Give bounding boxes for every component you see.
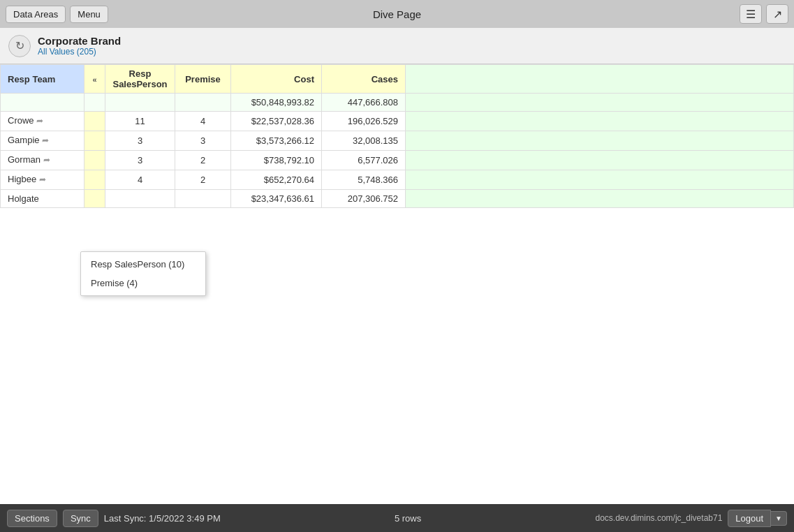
row-resp-sp: 3 — [105, 131, 175, 151]
col-header-empty — [406, 65, 794, 94]
total-empty — [406, 94, 794, 112]
collapse-button[interactable]: « — [84, 65, 105, 94]
row-premise: 3 — [175, 131, 231, 151]
row-resp-team-name[interactable]: Crowe ➦ — [1, 112, 84, 131]
data-table: Resp Team « Resp SalesPerson Premise Cos… — [0, 64, 794, 208]
row-collapse-cell — [84, 131, 105, 151]
table-row: Crowe ➦114$22,537,028.36196,026.529 — [1, 112, 794, 131]
refresh-button[interactable]: ↻ — [8, 35, 31, 57]
row-name-label: Crowe — [8, 115, 34, 126]
row-resp-sp: 11 — [105, 112, 175, 131]
row-collapse-cell — [84, 112, 105, 131]
row-cases: 32,008.135 — [322, 131, 406, 151]
drill-icon[interactable]: ➦ — [36, 116, 47, 127]
row-premise: 2 — [175, 170, 231, 190]
row-name-label: Gampie — [8, 135, 40, 145]
table-row: Higbee ➦42$652,270.645,748.366 — [1, 170, 794, 190]
row-cases: 207,306.752 — [322, 190, 406, 208]
total-collapse — [84, 94, 105, 112]
table-header-row: Resp Team « Resp SalesPerson Premise Cos… — [1, 65, 794, 94]
drill-dropdown: Resp SalesPerson (10) Premise (4) — [80, 251, 206, 296]
row-resp-team-name[interactable]: Higbee ➦ — [1, 170, 84, 190]
col-header-cost: Cost — [231, 65, 322, 94]
main-content: Resp Team « Resp SalesPerson Premise Cos… — [0, 64, 794, 504]
row-cost: $3,573,266.12 — [231, 131, 322, 151]
drill-icon[interactable]: ➦ — [39, 175, 50, 186]
total-premise — [175, 94, 231, 112]
row-empty — [406, 151, 794, 170]
row-empty — [406, 112, 794, 131]
col-header-cases: Cases — [322, 65, 406, 94]
row-cost: $738,792.10 — [231, 151, 322, 170]
row-empty — [406, 131, 794, 151]
table-row: Gampie ➦33$3,573,266.1232,008.135 — [1, 131, 794, 151]
drill-icon[interactable]: ➦ — [43, 155, 54, 166]
breadcrumb-title: Corporate Brand — [38, 35, 121, 47]
status-bar: Sections Sync Last Sync: 1/5/2022 3:49 P… — [0, 504, 794, 532]
total-resp-sp — [105, 94, 175, 112]
row-resp-sp: 3 — [105, 151, 175, 170]
col-header-resp-team: Resp Team — [1, 65, 84, 94]
row-cost: $652,270.64 — [231, 170, 322, 190]
row-name-label: Higbee — [8, 174, 36, 184]
last-sync-text: Last Sync: 1/5/2022 3:49 PM — [104, 513, 221, 524]
row-collapse-cell — [84, 190, 105, 208]
table-row: Gorman ➦32$738,792.106,577.026 — [1, 151, 794, 170]
logout-arrow-button[interactable]: ▼ — [771, 511, 787, 526]
row-cases: 5,748.366 — [322, 170, 406, 190]
hamburger-icon[interactable]: ☰ — [740, 4, 762, 24]
row-resp-team-name[interactable]: Holgate — [1, 190, 84, 208]
row-collapse-cell — [84, 151, 105, 170]
top-bar-right: ☰ ↗ — [740, 4, 788, 24]
table-row: Holgate$23,347,636.61207,306.752 — [1, 190, 794, 208]
breadcrumb: Corporate Brand All Values (205) — [38, 35, 121, 57]
dropdown-item-premise[interactable]: Premise (4) — [81, 274, 205, 293]
url-text: docs.dev.dimins.com/jc_divetab71 — [595, 513, 722, 523]
breadcrumb-subtitle[interactable]: All Values (205) — [38, 47, 121, 57]
dropdown-item-resp-salesperson[interactable]: Resp SalesPerson (10) — [81, 255, 205, 274]
row-name-label: Holgate — [8, 193, 39, 204]
export-icon[interactable]: ↗ — [766, 4, 788, 24]
top-bar: Data Areas Menu Dive Page ☰ ↗ — [0, 0, 794, 28]
row-empty — [406, 190, 794, 208]
row-premise: 4 — [175, 112, 231, 131]
row-resp-sp — [105, 190, 175, 208]
row-cases: 6,577.026 — [322, 151, 406, 170]
row-resp-team-name[interactable]: Gampie ➦ — [1, 131, 84, 151]
sections-button[interactable]: Sections — [7, 510, 57, 527]
menu-button[interactable]: Menu — [70, 6, 108, 23]
data-areas-button[interactable]: Data Areas — [6, 6, 66, 23]
row-resp-sp: 4 — [105, 170, 175, 190]
total-cases: 447,666.808 — [322, 94, 406, 112]
breadcrumb-bar: ↻ Corporate Brand All Values (205) — [0, 28, 794, 64]
sync-button[interactable]: Sync — [63, 510, 98, 527]
row-collapse-cell — [84, 170, 105, 190]
row-cases: 196,026.529 — [322, 112, 406, 131]
col-header-premise: Premise — [175, 65, 231, 94]
drill-icon[interactable]: ➦ — [42, 135, 53, 147]
col-header-resp-salesperson: Resp SalesPerson — [105, 65, 175, 94]
row-cost: $22,537,028.36 — [231, 112, 322, 131]
row-resp-team-name[interactable]: Gorman ➦ — [1, 151, 84, 170]
rows-count: 5 rows — [226, 513, 590, 524]
row-premise — [175, 190, 231, 208]
page-title: Dive Page — [373, 8, 421, 20]
logout-container: Logout ▼ — [728, 510, 787, 527]
top-bar-left: Data Areas Menu — [6, 6, 108, 23]
logout-button[interactable]: Logout — [728, 510, 771, 527]
total-cost: $50,848,993.82 — [231, 94, 322, 112]
row-cost: $23,347,636.61 — [231, 190, 322, 208]
row-premise: 2 — [175, 151, 231, 170]
row-empty — [406, 170, 794, 190]
row-name-label: Gorman — [8, 154, 41, 165]
table-row-total: $50,848,993.82 447,666.808 — [1, 94, 794, 112]
total-label — [1, 94, 84, 112]
